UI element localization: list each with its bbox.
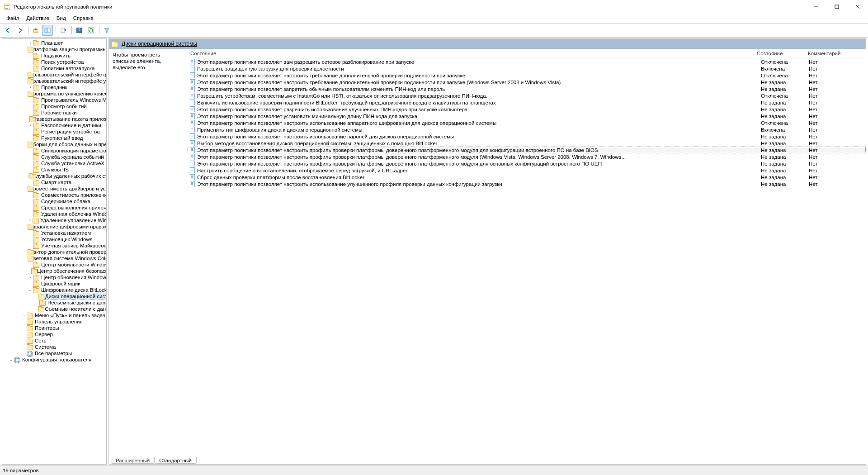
col-setting[interactable]: Состояние <box>188 50 754 57</box>
tree-node[interactable]: Конфигурация пользователя <box>2 356 106 363</box>
tree-node[interactable]: Центр мобильности Windows <box>2 261 106 268</box>
tree-node[interactable]: Панель управления <box>2 318 106 325</box>
tree-node[interactable]: Синхронизация параметров <box>2 147 106 154</box>
tree-label: Смарт-карта <box>40 179 71 185</box>
tree-node[interactable]: Съемные носители с данными <box>2 306 106 312</box>
list-row[interactable]: Этот параметр политики позволяет установ… <box>188 113 866 119</box>
tree-node[interactable]: Поиск устройства <box>2 59 106 65</box>
tree-node[interactable]: Удаленная оболочка Windows <box>2 211 106 217</box>
menu-file[interactable]: Файл <box>3 15 23 21</box>
chevron-right-icon[interactable] <box>28 217 33 223</box>
chevron-right-icon[interactable] <box>28 274 33 280</box>
tree-node[interactable]: Развертывание пакета приложения <box>2 116 106 122</box>
tree-node[interactable]: Содержимое облака <box>2 198 106 204</box>
tree-node[interactable]: Центр обеспечения безопасности <box>2 268 106 274</box>
forward-button[interactable] <box>14 25 25 36</box>
tree-node[interactable]: Службы удаленных рабочих столов <box>2 173 106 179</box>
tree-node[interactable]: Центр обновления Windows <box>2 274 106 280</box>
list-row[interactable]: Применить тип шифрования диска к дискам … <box>188 126 866 133</box>
list-row[interactable]: Этот параметр политики позволяет настрои… <box>188 72 866 79</box>
tree-node[interactable]: Служба журнала событий <box>2 154 106 160</box>
filter-button[interactable] <box>101 25 112 36</box>
list-row[interactable]: Этот параметр политики позволяет вам раз… <box>188 58 866 65</box>
tree-node[interactable]: Сервер <box>2 331 106 337</box>
up-button[interactable] <box>30 25 41 36</box>
tree-node[interactable]: Система <box>2 344 106 350</box>
list-row[interactable]: Включить использование проверки подлинно… <box>188 99 866 106</box>
back-button[interactable] <box>3 25 14 36</box>
tree-node[interactable]: Пользовательский интерфейс учетных данны… <box>2 78 106 84</box>
tree-node[interactable]: Платформа защиты программного обеспечени… <box>2 46 106 52</box>
tree-node[interactable]: Совместимость приложений <box>2 192 106 198</box>
col-state[interactable]: Состояние <box>754 50 805 57</box>
tab-standard[interactable]: Стандартный <box>154 457 197 464</box>
chevron-right-icon[interactable] <box>28 84 33 90</box>
minimize-button[interactable] <box>806 0 826 14</box>
tree-node[interactable]: Программа по улучшению качества ПО <box>2 90 106 97</box>
chevron-right-icon[interactable] <box>21 312 27 318</box>
help-button[interactable]: ? <box>74 25 85 36</box>
tree-node[interactable]: Шифрование диска BitLocker <box>2 287 106 293</box>
chevron-right-icon[interactable] <box>28 122 33 128</box>
close-button[interactable] <box>847 0 868 14</box>
tree-node[interactable]: Меню «Пуск» и панель задач <box>2 312 106 318</box>
menu-action[interactable]: Действие <box>23 15 53 21</box>
tree-node[interactable]: Сеть <box>2 337 106 344</box>
tree-node[interactable]: Планшет <box>2 40 106 46</box>
tree-node[interactable]: Учетная запись Майкрософт <box>2 242 106 249</box>
list-row[interactable]: Этот параметр политики позволяет настрои… <box>188 133 866 140</box>
export-button[interactable] <box>58 25 69 36</box>
chevron-right-icon[interactable] <box>28 40 33 46</box>
list-row[interactable]: Этот параметр политики позволяет настрои… <box>188 79 866 86</box>
refresh-button[interactable] <box>85 25 96 36</box>
show-tree-button[interactable] <box>42 25 53 36</box>
menu-view[interactable]: Вид <box>53 15 70 21</box>
maximize-button[interactable] <box>826 0 847 14</box>
tree-node[interactable]: Регистрация устройства <box>2 128 106 135</box>
tree-node[interactable]: Удаленное управление Windows <box>2 217 106 223</box>
list-row[interactable]: Настроить сообщение о восстановлении, от… <box>188 167 866 174</box>
col-comment[interactable]: Комментарий <box>805 50 866 57</box>
list-row[interactable]: Этот параметр политики позволяет настрои… <box>188 119 866 126</box>
list-row[interactable]: Этот параметр политики позволяет настрои… <box>188 153 866 160</box>
tree-node[interactable]: Цифровой ящик <box>2 280 106 287</box>
tree-node[interactable]: Смарт-карта <box>2 179 106 185</box>
tree-node[interactable]: Рукописный ввод <box>2 135 106 141</box>
tree-node[interactable]: Проводник <box>2 84 106 90</box>
list-row[interactable]: Этот параметр политики позволяет настрои… <box>188 160 866 167</box>
tree-node[interactable]: Расположение и датчики <box>2 122 106 128</box>
tree-node[interactable]: Проигрыватель Windows Media <box>2 97 106 103</box>
list-row[interactable]: Разрешить устройствам, совместимым с Ins… <box>188 92 866 99</box>
tree-node[interactable]: Цветовая система Windows Color System <box>2 255 106 261</box>
tree-node[interactable]: Пользовательский интерфейс граничного се… <box>2 71 106 78</box>
tree-node[interactable]: Управление цифровыми правами Windows Med… <box>2 223 106 230</box>
list-row[interactable]: Выбор методов восстановления дисков опер… <box>188 140 866 147</box>
tree-node[interactable]: Принтеры <box>2 325 106 331</box>
chevron-down-icon[interactable] <box>9 356 14 363</box>
tree-node[interactable]: Рабочие папки <box>2 109 106 116</box>
tab-extended[interactable]: Расширенный <box>111 457 155 464</box>
list-row[interactable]: Этот параметр политики позволяет настрои… <box>188 180 866 187</box>
tree-node[interactable]: Политики автозапуска <box>2 65 106 71</box>
tree-node[interactable]: Несъемные диски с данными <box>2 299 106 306</box>
tree-node[interactable]: Просмотр событий <box>2 103 106 109</box>
list-row[interactable]: Разрешить защищенную загрузку для провер… <box>188 65 866 72</box>
list-row[interactable]: Этот параметр политики позволяет запрети… <box>188 86 866 92</box>
tree-node[interactable]: Все параметры <box>2 350 106 356</box>
menu-help[interactable]: Справка <box>70 15 97 21</box>
tree-node[interactable]: Службы IIS <box>2 166 106 173</box>
tree-node[interactable]: Подключить <box>2 52 106 59</box>
chevron-down-icon[interactable] <box>28 287 33 293</box>
list-row[interactable]: Сброс данных проверки платформы после во… <box>188 174 866 180</box>
tree-node[interactable]: Установщик Windows <box>2 236 106 242</box>
tree-node[interactable]: Фактор дополнительной проверки подлиннос… <box>2 249 106 255</box>
tree-node[interactable]: Сборки для сбора данных и предварительны… <box>2 141 106 147</box>
list-row[interactable]: Этот параметр политики позволяет разреши… <box>188 106 866 113</box>
list-row[interactable]: Этот параметр политики позволяет настрои… <box>188 147 866 153</box>
detail-description: Чтобы просмотреть описание элемента, выд… <box>109 49 188 455</box>
tree-node[interactable]: Совместимость драйверов и устройств <box>2 185 106 192</box>
tree-node[interactable]: Установка нажатием <box>2 230 106 236</box>
tree-node[interactable]: Среда выполнения приложения <box>2 204 106 211</box>
tree-node[interactable]: Служба установки ActiveX <box>2 160 106 166</box>
tree-node[interactable]: Диски операционной системы <box>2 293 106 299</box>
